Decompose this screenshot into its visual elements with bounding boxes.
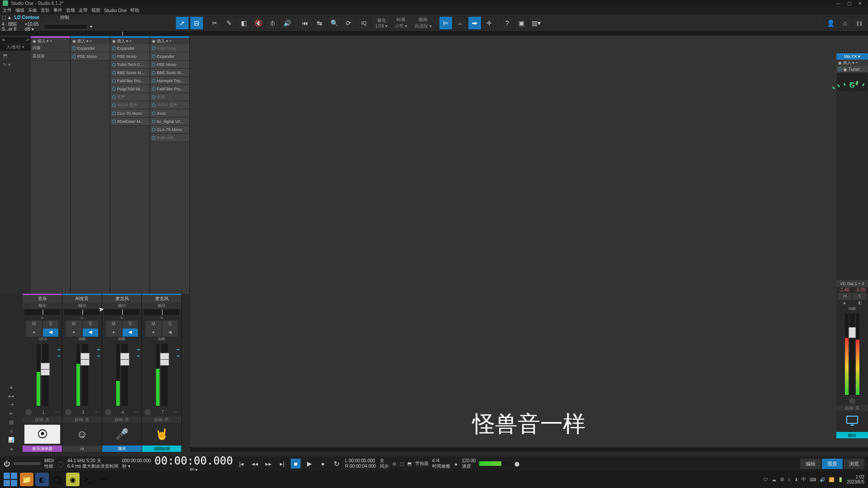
channel-footer[interactable]: 音乐演绎器 (23, 446, 62, 452)
channel-icon[interactable]: 🎤 (104, 425, 140, 444)
plugin-slot[interactable]: Tube-Tech C... (110, 61, 150, 69)
monitor-button[interactable]: ◀ (162, 328, 178, 337)
sync-icon-1[interactable]: ⊙ (392, 461, 396, 466)
db-readout[interactable]: 0dB (62, 337, 102, 342)
view-tab[interactable]: 编辑 (800, 459, 821, 469)
rec-button[interactable]: ● (106, 328, 122, 337)
master-auto[interactable]: 自动: 关 (836, 405, 868, 411)
start-button[interactable] (4, 473, 17, 486)
menu-item[interactable]: 乐曲 (28, 7, 37, 14)
menu-item[interactable]: 视图 (91, 7, 100, 14)
monitor-button[interactable]: ◀ (43, 328, 59, 337)
plugin-slot[interactable]: AVOX 变声 (150, 101, 189, 109)
pan-slider[interactable] (144, 310, 179, 315)
plugin-slot[interactable]: CLA-76 Mono (150, 126, 189, 134)
range-tool-button[interactable]: ⊟ (190, 16, 203, 30)
left-col-header[interactable]: 入/发/目 ▾ (0, 44, 31, 51)
split-tool-button[interactable]: ✂ (208, 16, 222, 30)
scroll-button[interactable]: ↹ (313, 16, 326, 30)
wave-icon[interactable]: 〰 (174, 410, 179, 415)
rewind-button[interactable]: ◂◂ (250, 459, 260, 469)
mute-tool-button[interactable]: 🔇 (251, 16, 265, 30)
menu-item[interactable]: Studio One (104, 8, 127, 13)
fx-icon[interactable] (25, 409, 32, 415)
metro-label[interactable]: 节拍器 (415, 461, 429, 466)
automation-mode[interactable]: 自动: 关 (62, 417, 102, 423)
plugin-slot[interactable]: PuigChild 66... (110, 85, 150, 93)
video-button[interactable]: ⫿⫿ (853, 16, 866, 30)
nav-play-icon[interactable]: ▸◂ (7, 393, 16, 399)
plugin-slot[interactable]: RDeEsser M... (110, 117, 150, 126)
menu-item[interactable]: 走带 (79, 7, 88, 14)
channel-icon[interactable]: 🤘 (144, 425, 179, 444)
nav-skip-icon[interactable]: ⇥ (7, 402, 16, 408)
tempo-value[interactable]: 120.00 (462, 458, 476, 464)
taskbar-app[interactable]: >_ (81, 473, 95, 486)
volume-fader[interactable] (82, 344, 88, 406)
plugin-slot[interactable]: CLA-76 Mono (110, 109, 150, 117)
plugin-slot[interactable]: Xvox (150, 109, 189, 117)
master-db[interactable]: 0dB (836, 306, 868, 312)
expand-button[interactable]: ⟳ (342, 16, 355, 30)
sample-rate[interactable]: 44.1 kHz (67, 458, 85, 463)
snap-value[interactable]: 自适应 ▾ (415, 23, 432, 29)
close-button[interactable]: ✕ (854, 0, 865, 6)
mute-button[interactable]: M (26, 320, 42, 328)
automation-mode[interactable]: 自动: 关 (102, 417, 142, 423)
preroll-icon[interactable]: ⬒ (407, 461, 411, 466)
timeline-ruler[interactable] (0, 32, 868, 36)
channel-name[interactable]: AI变音 (62, 295, 102, 302)
nav-piano-icon[interactable]: ▥ (7, 419, 16, 426)
taskbar-app[interactable]: ◯ (51, 473, 64, 486)
time-signature[interactable]: 4 /4 (432, 458, 450, 464)
stop-button[interactable]: ■ (291, 459, 301, 469)
gain-info[interactable]: +10.05 dB ▾ (25, 22, 41, 32)
mute-button[interactable]: M (146, 320, 161, 328)
plugin-slot[interactable]: 效音 (150, 93, 189, 101)
channel-info[interactable]: 4 · BBE S...er 8 (2, 22, 22, 32)
channel-footer[interactable]: 说唱效果 (142, 446, 181, 452)
insert-header[interactable]: ◉ 插入 ▾·+ (150, 38, 189, 44)
wave-icon[interactable]: 〰 (94, 410, 99, 415)
power-icon[interactable]: ⏻ (4, 460, 10, 467)
plugin-slot[interactable]: BBE Sonic M... (110, 69, 150, 77)
tray-icon[interactable]: ☁ (772, 477, 776, 482)
pan-slider[interactable] (64, 310, 100, 315)
tray-icon[interactable]: ⦿ (780, 477, 784, 482)
plugin-slot[interactable]: Expander (110, 44, 150, 52)
layout-button[interactable]: ▥▾ (529, 16, 543, 30)
tuner-plugin[interactable]: ◉ Tuner (836, 66, 868, 72)
mixfx-header[interactable]: Mix FX ▾ (836, 53, 868, 60)
nav-bars-icon[interactable]: ≡ (7, 428, 16, 435)
clock-date[interactable]: 2023/6/5 (847, 479, 864, 484)
solo-button[interactable]: S (123, 320, 138, 328)
taskbar-app[interactable]: ◐ (35, 473, 49, 486)
minimize-button[interactable]: — (833, 0, 844, 6)
fx-icon[interactable] (65, 409, 71, 415)
loop-button[interactable]: ↻ (331, 459, 341, 469)
automation-mode[interactable]: 自动: 关 (142, 417, 181, 423)
monitor-icon[interactable] (837, 412, 867, 431)
tray-icon[interactable]: 中 (802, 476, 806, 483)
menu-item[interactable]: 音轨 (41, 7, 50, 14)
plugin-slot[interactable]: FabFilter Pro... (110, 77, 150, 85)
taskbar-app[interactable]: ◉ (66, 473, 80, 486)
tray-icon[interactable]: 🛡 (764, 477, 768, 482)
insert-header[interactable]: ◉ 插入 ▾·+ (71, 38, 110, 44)
taskbar-app[interactable]: 📁 (20, 473, 33, 486)
eye-icon[interactable]: 👁 (23, 316, 62, 320)
taskbar-app[interactable]: 〰 (97, 473, 110, 486)
channel-footer[interactable]: AI (62, 446, 102, 452)
snap-toggle-button[interactable]: ⊨ (439, 16, 453, 30)
monitor-button[interactable]: ◀ (83, 328, 99, 337)
plugin-slot[interactable]: FabFilter Pro... (150, 85, 189, 93)
listen-tool-button[interactable]: 🔊 (280, 16, 294, 30)
tray-icon[interactable]: ᛒ (788, 477, 791, 482)
tray-icon[interactable]: 🔋 (838, 477, 843, 482)
clock-time[interactable]: 1:02 (856, 474, 864, 479)
master-dim-icon[interactable]: ◐ (858, 300, 862, 306)
tray-icon[interactable]: 📶 (829, 477, 834, 482)
channel-output[interactable]: 输出 (142, 302, 181, 309)
solo-button[interactable]: S (43, 320, 59, 328)
tray-icon[interactable]: ⌨ (810, 477, 816, 482)
